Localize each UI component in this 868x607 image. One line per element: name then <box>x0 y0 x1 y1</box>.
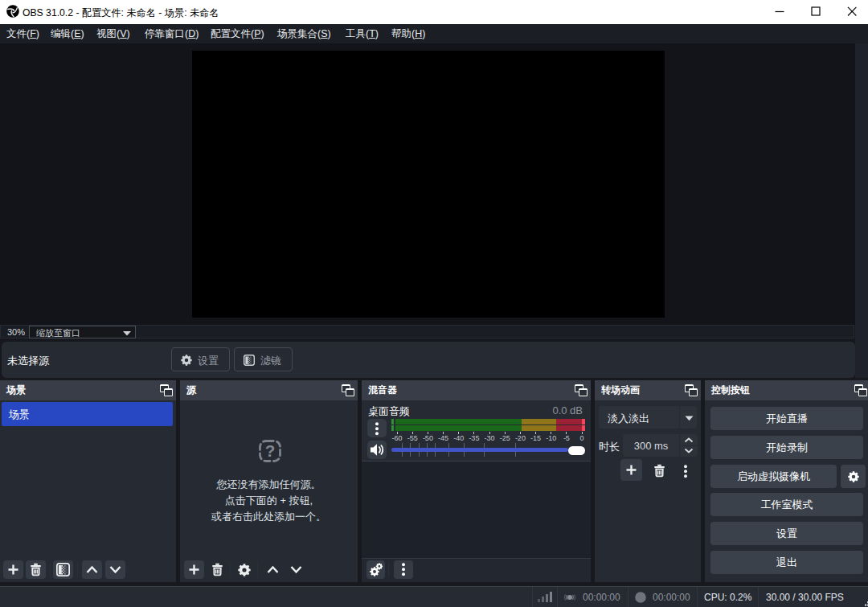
svg-text:?: ? <box>265 441 276 460</box>
